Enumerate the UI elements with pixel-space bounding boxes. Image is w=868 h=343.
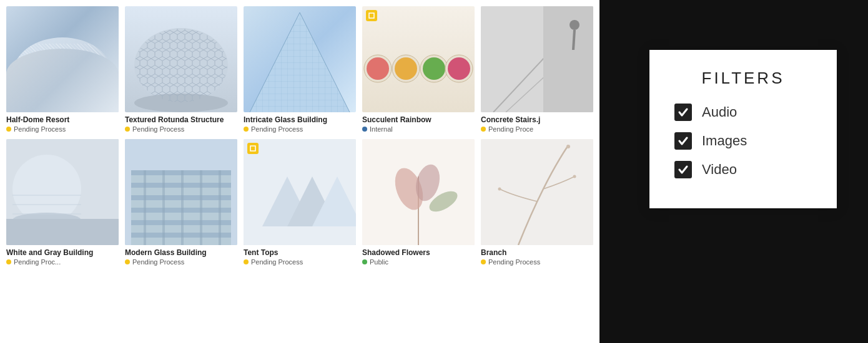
card-status: Pending Proce: [481, 125, 593, 133]
card-status: Pending Process: [125, 125, 237, 133]
svg-point-21: [570, 20, 579, 30]
svg-point-3: [135, 29, 227, 102]
status-label: Pending Proc...: [14, 258, 61, 266]
svg-point-55: [573, 175, 576, 178]
svg-rect-26: [6, 219, 119, 245]
card-rotunda[interactable]: Textured Rotunda Structure Pending Proce…: [125, 6, 237, 133]
card-title: Succulent Rainbow: [362, 115, 475, 124]
status-label: Pending Process: [132, 125, 184, 133]
card-white-gray[interactable]: White and Gray Building Pending Proc...: [6, 139, 119, 266]
svg-point-14: [423, 57, 445, 80]
status-label: Pending Process: [251, 258, 303, 266]
status-dot-yellow: [6, 127, 11, 132]
status-dot-yellow: [244, 259, 249, 264]
svg-line-22: [573, 30, 575, 50]
card-glass[interactable]: Intricate Glass Building Pending Process: [244, 6, 356, 133]
status-label: Pending Process: [14, 125, 66, 133]
status-dot-yellow: [481, 259, 486, 264]
card-tent[interactable]: Tent Tops Pending Process: [244, 139, 356, 266]
card-concrete[interactable]: Concrete Stairs.j Pending Proce: [481, 6, 593, 133]
card-status: Pending Process: [125, 258, 237, 266]
status-dot-green: [362, 259, 367, 264]
yellow-badge: [366, 10, 377, 21]
status-label: Pending Proce: [488, 125, 533, 133]
yellow-badge: [247, 143, 259, 154]
card-title: Branch: [481, 248, 593, 257]
card-status: Public: [362, 258, 475, 266]
svg-point-10: [367, 57, 389, 80]
card-title: Intricate Glass Building: [244, 115, 356, 124]
card-succulent[interactable]: Succulent Rainbow Internal: [362, 6, 475, 133]
filter-video-label: Video: [702, 162, 737, 178]
status-dot-blue: [362, 127, 367, 132]
media-grid: Half-Dome Resort Pending Process: [6, 6, 593, 266]
svg-rect-38: [144, 170, 146, 245]
card-status: Internal: [362, 125, 475, 133]
svg-rect-8: [369, 13, 374, 18]
svg-rect-42: [219, 170, 221, 245]
card-status: Pending Proc...: [6, 258, 119, 266]
status-dot-yellow: [244, 127, 249, 132]
card-title: Concrete Stairs.j: [481, 115, 593, 124]
status-dot-yellow: [481, 127, 486, 132]
filters-title: FILTERS: [674, 69, 812, 88]
main-content: Half-Dome Resort Pending Process: [0, 0, 599, 343]
card-status: Pending Process: [481, 258, 593, 266]
filter-item-video: Video: [674, 161, 812, 178]
svg-rect-39: [162, 170, 165, 245]
status-label: Internal: [370, 125, 393, 133]
svg-rect-43: [250, 146, 255, 151]
status-label: Pending Process: [132, 258, 184, 266]
svg-point-56: [498, 188, 501, 191]
svg-rect-53: [481, 139, 593, 245]
card-modern-glass[interactable]: Modern Glass Building Pending Process: [125, 139, 237, 266]
card-status: Pending Process: [244, 125, 356, 133]
svg-point-12: [395, 57, 417, 80]
images-checkbox[interactable]: [674, 132, 692, 150]
status-dot-yellow: [125, 127, 130, 132]
video-checkbox[interactable]: [674, 161, 692, 178]
status-dot-yellow: [6, 259, 11, 264]
status-label: Public: [370, 258, 388, 266]
status-label: Pending Process: [251, 125, 303, 133]
card-half-dome[interactable]: Half-Dome Resort Pending Process: [6, 6, 119, 133]
card-title: Shadowed Flowers: [362, 248, 475, 257]
card-title: Half-Dome Resort: [6, 115, 119, 124]
status-dot-yellow: [125, 259, 130, 264]
audio-checkbox[interactable]: [674, 104, 692, 121]
svg-rect-20: [543, 6, 593, 112]
svg-point-54: [566, 145, 570, 148]
filter-item-audio: Audio: [674, 104, 812, 121]
card-flowers[interactable]: Shadowed Flowers Public: [362, 139, 475, 266]
card-title: White and Gray Building: [6, 248, 119, 257]
card-title: Textured Rotunda Structure: [125, 115, 237, 124]
svg-point-16: [448, 57, 470, 80]
filters-panel: FILTERS Audio Images Vide: [649, 50, 837, 208]
card-title: Tent Tops: [244, 248, 356, 257]
svg-rect-41: [200, 170, 202, 245]
svg-rect-40: [181, 170, 184, 245]
card-status: Pending Process: [244, 258, 356, 266]
card-status: Pending Process: [6, 125, 119, 133]
card-title: Modern Glass Building: [125, 248, 237, 257]
svg-marker-5: [250, 12, 350, 112]
filter-item-images: Images: [674, 132, 812, 150]
status-label: Pending Process: [488, 258, 540, 266]
card-branch[interactable]: Branch Pending Process: [481, 139, 593, 266]
filter-audio-label: Audio: [702, 104, 737, 120]
filter-images-label: Images: [702, 133, 747, 149]
